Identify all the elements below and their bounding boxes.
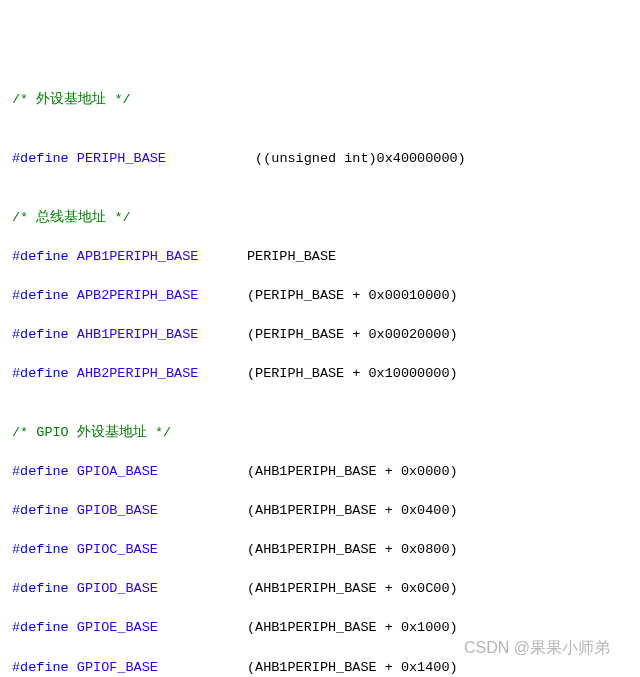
pad: [158, 620, 247, 635]
macro-expr: (AHB1PERIPH_BASE + 0x1400): [247, 660, 458, 675]
macro-expr: (PERIPH_BASE + 0x00020000): [247, 327, 458, 342]
macro-expr: (AHB1PERIPH_BASE + 0x0800): [247, 542, 458, 557]
define-kw: #define: [12, 581, 69, 596]
define-kw: #define: [12, 288, 69, 303]
pad: [158, 542, 247, 557]
pad: [198, 366, 247, 381]
pad: [158, 503, 247, 518]
define-kw: #define: [12, 327, 69, 342]
macro-name: GPIOA_BASE: [77, 464, 158, 479]
define-kw: #define: [12, 620, 69, 635]
macro-name: GPIOB_BASE: [77, 503, 158, 518]
macro-expr: (AHB1PERIPH_BASE + 0x0C00): [247, 581, 458, 596]
pad: [198, 288, 247, 303]
pad: [166, 151, 255, 166]
macro-name: APB1PERIPH_BASE: [77, 249, 199, 264]
comment-bus-base: /* 总线基地址 */: [12, 210, 131, 225]
macro-expr: PERIPH_BASE: [247, 249, 336, 264]
watermark-text: CSDN @果果小师弟: [464, 636, 610, 659]
macro-expr: (AHB1PERIPH_BASE + 0x0000): [247, 464, 458, 479]
macro-name: APB2PERIPH_BASE: [77, 288, 199, 303]
comment-peripheral-base: /* 外设基地址 */: [12, 92, 131, 107]
macro-expr: ((unsigned int)0x40000000): [255, 151, 466, 166]
macro-expr: (AHB1PERIPH_BASE + 0x0400): [247, 503, 458, 518]
macro-name: GPIOF_BASE: [77, 660, 158, 675]
macro-name: AHB2PERIPH_BASE: [77, 366, 199, 381]
define-kw: #define: [12, 249, 69, 264]
macro-name: GPIOC_BASE: [77, 542, 158, 557]
pad: [158, 660, 247, 675]
define-kw: #define: [12, 542, 69, 557]
define-kw: #define: [12, 464, 69, 479]
macro-expr: (AHB1PERIPH_BASE + 0x1000): [247, 620, 458, 635]
macro-expr: (PERIPH_BASE + 0x00010000): [247, 288, 458, 303]
pad: [158, 464, 247, 479]
macro-name: GPIOE_BASE: [77, 620, 158, 635]
define-kw: #define: [12, 366, 69, 381]
define-kw: #define: [12, 151, 69, 166]
pad: [198, 249, 247, 264]
pad: [158, 581, 247, 596]
define-kw: #define: [12, 660, 69, 675]
comment-gpio-base: /* GPIO 外设基地址 */: [12, 425, 171, 440]
macro-expr: (PERIPH_BASE + 0x10000000): [247, 366, 458, 381]
macro-name: AHB1PERIPH_BASE: [77, 327, 199, 342]
macro-name: GPIOD_BASE: [77, 581, 158, 596]
define-kw: #define: [12, 503, 69, 518]
macro-name: PERIPH_BASE: [77, 151, 166, 166]
pad: [198, 327, 247, 342]
